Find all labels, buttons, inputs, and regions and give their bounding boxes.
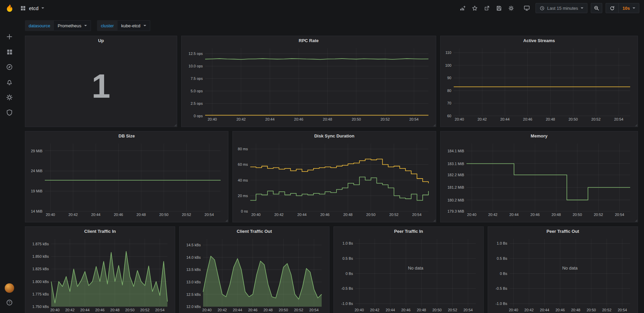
- svg-text:20:46: 20:46: [95, 308, 105, 312]
- panel-title-peer-traffic-in[interactable]: Peer Traffic In: [334, 227, 483, 236]
- panel-title-memory[interactable]: Memory: [441, 131, 638, 141]
- panel-title-peer-traffic-out[interactable]: Peer Traffic Out: [488, 227, 638, 236]
- svg-text:20:44: 20:44: [233, 308, 242, 312]
- share-dashboard-button[interactable]: [482, 3, 492, 13]
- svg-text:20:42: 20:42: [65, 308, 75, 312]
- panel-row-3: Client Traffic In 20:4020:4220:4420:4620…: [25, 226, 638, 313]
- sidebar-item-create[interactable]: [6, 33, 13, 40]
- variable-cluster-selected: kube-etcd: [121, 23, 140, 28]
- svg-text:1.800 kBs: 1.800 kBs: [32, 280, 49, 284]
- svg-text:20:48: 20:48: [323, 117, 332, 121]
- panel-title-client-traffic-in[interactable]: Client Traffic In: [25, 227, 175, 236]
- help-icon: ?: [6, 299, 13, 306]
- svg-text:20:44: 20:44: [297, 213, 307, 217]
- variable-cluster-value[interactable]: kube-etcd: [118, 20, 150, 31]
- variable-datasource: datasource Prometheus: [25, 20, 91, 31]
- svg-text:?: ?: [8, 301, 10, 305]
- refresh-button[interactable]: [610, 6, 615, 11]
- db-size-chart[interactable]: 20:4020:4220:4420:4620:4820:5020:5220:54…: [28, 141, 225, 220]
- divider: [618, 3, 619, 13]
- svg-text:20:54: 20:54: [155, 308, 165, 312]
- sidebar-item-configuration[interactable]: [6, 94, 13, 101]
- svg-text:12.5 kBs: 12.5 kBs: [186, 292, 201, 296]
- plus-icon: [6, 33, 13, 40]
- svg-text:20:46: 20:46: [320, 213, 330, 217]
- dashboard-settings-button[interactable]: [506, 3, 517, 13]
- svg-text:20:54: 20:54: [615, 213, 624, 217]
- svg-text:20:42: 20:42: [370, 308, 380, 312]
- svg-text:20:50: 20:50: [569, 117, 578, 121]
- save-dashboard-button[interactable]: [494, 3, 505, 13]
- svg-text:20:44: 20:44: [509, 213, 519, 217]
- user-avatar[interactable]: [5, 283, 14, 293]
- panel-up: Up 1: [25, 36, 177, 127]
- svg-text:184.1 MiB: 184.1 MiB: [448, 149, 464, 153]
- client-traffic-out-chart[interactable]: 20:4020:4220:4420:4620:4820:5020:5220:54…: [182, 236, 326, 313]
- svg-text:20:44: 20:44: [386, 308, 395, 312]
- cycle-view-mode-button[interactable]: [521, 3, 532, 13]
- panel-title-up[interactable]: Up: [25, 36, 177, 45]
- compass-icon: [6, 64, 13, 70]
- svg-text:20:42: 20:42: [236, 117, 246, 121]
- svg-text:20:40: 20:40: [202, 308, 212, 312]
- svg-text:20:44: 20:44: [540, 308, 549, 312]
- svg-text:14.0 kBs: 14.0 kBs: [186, 255, 201, 259]
- svg-text:No data: No data: [408, 265, 423, 271]
- panel-title-client-traffic-out[interactable]: Client Traffic Out: [180, 227, 329, 236]
- sidebar-item-explore[interactable]: [6, 63, 13, 71]
- peer-traffic-in-chart[interactable]: 20:4020:4220:4420:4620:4820:5020:5220:54…: [336, 236, 481, 313]
- time-range-picker[interactable]: Last 15 minutes: [536, 3, 588, 13]
- svg-text:20:52: 20:52: [294, 308, 303, 312]
- sidebar-item-server-admin[interactable]: [6, 109, 13, 116]
- variable-datasource-value[interactable]: Prometheus: [54, 20, 91, 31]
- memory-chart[interactable]: 20:4020:4220:4420:4620:4820:5020:5220:54…: [443, 141, 635, 220]
- svg-text:20:46: 20:46: [114, 213, 123, 217]
- panel-peer-traffic-out: Peer Traffic Out 20:4020:4220:4420:4620:…: [488, 226, 638, 313]
- svg-text:80: 80: [447, 89, 451, 93]
- top-navbar: etcd: [0, 0, 644, 16]
- svg-text:20:46: 20:46: [248, 308, 258, 312]
- svg-text:70: 70: [447, 101, 451, 105]
- svg-text:20:50: 20:50: [125, 308, 135, 312]
- rpc-rate-chart[interactable]: 20:4020:4220:4420:4620:4820:5020:5220:54…: [184, 45, 433, 125]
- svg-text:1.0 Bs: 1.0 Bs: [343, 241, 353, 245]
- panel-row-2: DB Size 20:4020:4220:4420:4620:4820:5020…: [25, 131, 638, 222]
- svg-text:20:48: 20:48: [136, 213, 146, 217]
- svg-text:20:44: 20:44: [265, 117, 275, 121]
- svg-text:1.875 kBs: 1.875 kBs: [32, 242, 49, 246]
- peer-traffic-out-chart[interactable]: 20:4020:4220:4420:4620:4820:5020:5220:54…: [491, 236, 635, 313]
- panel-title-rpc-rate[interactable]: RPC Rate: [182, 36, 436, 45]
- sidebar-bottom: ?: [5, 283, 14, 306]
- panel-db-size: DB Size 20:4020:4220:4420:4620:4820:5020…: [25, 131, 228, 222]
- active-streams-chart[interactable]: 20:4020:4220:4420:4620:4820:5020:5220:54…: [443, 45, 635, 125]
- svg-text:13.5 kBs: 13.5 kBs: [186, 268, 201, 272]
- panel-title-disk-sync-duration[interactable]: Disk Sync Duration: [233, 131, 436, 141]
- client-traffic-in-chart[interactable]: 20:4020:4220:4420:4620:4820:5020:5220:54…: [28, 236, 172, 313]
- disk-sync-duration-chart[interactable]: 20:4020:4220:4420:4620:4820:5020:5220:54…: [235, 141, 433, 220]
- svg-text:20:48: 20:48: [546, 117, 555, 121]
- grafana-logo[interactable]: [0, 4, 19, 13]
- svg-text:20:46: 20:46: [294, 117, 303, 121]
- svg-text:20:46: 20:46: [401, 308, 411, 312]
- sidebar-item-dashboards[interactable]: [6, 48, 13, 56]
- svg-text:20:46: 20:46: [523, 117, 533, 121]
- svg-text:60: 60: [447, 114, 451, 118]
- zoom-out-time-button[interactable]: [591, 3, 602, 13]
- svg-text:20:48: 20:48: [571, 308, 580, 312]
- svg-text:12.0 kBs: 12.0 kBs: [186, 305, 201, 309]
- svg-text:20:52: 20:52: [591, 117, 601, 121]
- panel-title-db-size[interactable]: DB Size: [25, 131, 228, 141]
- gear-icon: [508, 5, 514, 11]
- up-singlestat-value: 1: [25, 45, 177, 127]
- sidebar-item-help[interactable]: ?: [6, 299, 13, 306]
- add-panel-button[interactable]: [457, 3, 468, 13]
- share-icon: [484, 5, 490, 11]
- sidebar-item-alerting[interactable]: [6, 79, 13, 86]
- panel-title-active-streams[interactable]: Active Streams: [441, 36, 638, 45]
- svg-text:1.825 kBs: 1.825 kBs: [32, 267, 49, 271]
- star-dashboard-button[interactable]: [470, 3, 480, 13]
- svg-text:180.2 MiB: 180.2 MiB: [448, 198, 464, 202]
- svg-text:20:54: 20:54: [309, 308, 319, 312]
- refresh-interval-label[interactable]: 10s: [622, 6, 630, 11]
- dashboard-picker[interactable]: etcd: [19, 5, 44, 11]
